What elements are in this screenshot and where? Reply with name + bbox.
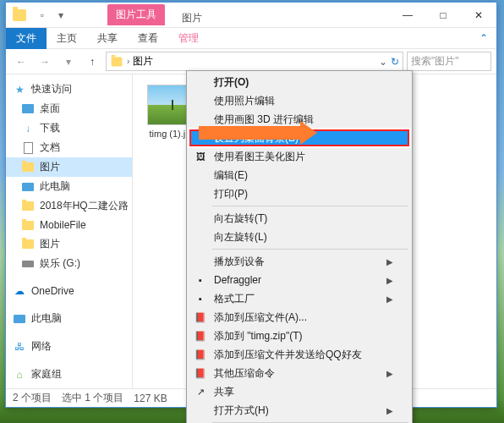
titlebar: ▫ ▾ 图片工具 图片 — □ ✕	[6, 3, 496, 28]
pc-icon	[21, 180, 35, 194]
sidebar-item-label: 2018年HQ二建公路	[40, 199, 129, 213]
minimize-button[interactable]: —	[390, 3, 425, 28]
menu-item-icon: 📕	[194, 366, 207, 380]
context-menu-item[interactable]: ▪Defraggler▶	[189, 271, 410, 289]
folder-icon	[21, 238, 35, 251]
back-button[interactable]: ←	[11, 52, 31, 72]
menu-item-label: 播放到设备	[214, 255, 265, 269]
submenu-arrow-icon: ▶	[386, 406, 393, 415]
sidebar-item[interactable]: 2018年HQ二建公路	[6, 196, 132, 216]
sidebar-item[interactable]: 图片	[6, 234, 132, 254]
sidebar-item-label: 娱乐 (G:)	[40, 256, 80, 271]
sidebar-homegroup[interactable]: ⌂ 家庭组	[6, 365, 132, 384]
menu-item-icon: ▪	[194, 273, 207, 287]
sidebar-thispc[interactable]: 此电脑	[6, 309, 132, 328]
chevron-right-icon: ›	[127, 57, 129, 66]
sidebar-item-label: 桌面	[40, 102, 60, 116]
context-menu-item[interactable]: 📕添加到压缩文件(A)...	[189, 308, 410, 327]
folder-icon	[21, 200, 35, 213]
tab-home[interactable]: 主页	[47, 28, 87, 49]
sidebar-label: OneDrive	[31, 285, 74, 297]
sidebar-item-label: 图片	[40, 160, 60, 174]
star-icon: ★	[13, 83, 26, 96]
tab-manage[interactable]: 管理	[168, 28, 209, 49]
sidebar-item[interactable]: 图片	[6, 157, 132, 177]
menu-item-label: 打印(P)	[214, 187, 248, 201]
menu-separator	[212, 206, 408, 206]
context-menu-item[interactable]: 🖼使用看图王美化图片	[189, 147, 410, 166]
search-input[interactable]: 搜索"图片"	[407, 52, 491, 71]
folder-icon	[112, 57, 123, 66]
sidebar-item[interactable]: 此电脑	[6, 177, 132, 196]
menu-item-label: 向右旋转(T)	[214, 212, 267, 226]
sidebar-item-label: MobileFile	[40, 219, 86, 231]
context-menu-item[interactable]: 向右旋转(T)	[189, 209, 410, 228]
sidebar-network[interactable]: 🖧 网络	[6, 337, 132, 356]
folder-icon	[21, 218, 35, 232]
address-input[interactable]: › 图片 ⌄ ↻	[106, 52, 403, 71]
menu-item-label: Defraggler	[214, 274, 261, 286]
chevron-down-icon[interactable]: ⌄	[379, 56, 387, 68]
desktop-icon	[21, 102, 35, 116]
context-menu-item[interactable]: 播放到设备▶	[189, 252, 410, 271]
sidebar-onedrive[interactable]: ☁ OneDrive	[6, 282, 132, 300]
status-size: 127 KB	[134, 393, 167, 404]
tab-file[interactable]: 文件	[6, 28, 47, 49]
refresh-icon[interactable]: ↻	[391, 56, 399, 68]
menu-item-label: 使用照片编辑	[214, 94, 275, 108]
sidebar-label: 家庭组	[31, 367, 62, 382]
context-menu-item[interactable]: ↗共享	[189, 382, 410, 401]
context-menu-item[interactable]: 打开(O)	[189, 73, 410, 91]
menu-item-label: 添加到压缩文件并发送给QQ好友	[214, 348, 362, 362]
ribbon-expand-icon[interactable]: ⌃	[471, 32, 496, 44]
context-menu-item[interactable]: 📕其他压缩命令▶	[189, 364, 410, 382]
close-button[interactable]: ✕	[461, 3, 496, 28]
sidebar-item[interactable]: 文档	[6, 138, 132, 157]
sidebar-item-label: 此电脑	[40, 179, 70, 194]
forward-button[interactable]: →	[35, 52, 55, 72]
menu-item-label: 格式工厂	[214, 292, 255, 306]
tab-view[interactable]: 查看	[128, 28, 168, 49]
sidebar-item[interactable]: 桌面	[6, 99, 132, 118]
submenu-arrow-icon: ▶	[386, 369, 393, 378]
sidebar-item[interactable]: MobileFile	[6, 216, 132, 234]
sidebar-quick-access[interactable]: ★ 快速访问	[6, 80, 132, 99]
drive-icon	[21, 257, 35, 271]
sidebar-item[interactable]: 娱乐 (G:)	[6, 254, 132, 273]
sidebar: ★ 快速访问 桌面↓下载文档图片此电脑2018年HQ二建公路MobileFile…	[6, 74, 133, 388]
context-menu-item[interactable]: 打开方式(H)▶	[189, 401, 410, 420]
menu-item-icon: 🖼	[194, 150, 207, 163]
context-menu-item[interactable]: 打印(P)	[189, 184, 410, 203]
maximize-button[interactable]: □	[425, 3, 461, 28]
sidebar-label: 网络	[31, 339, 52, 354]
menu-item-icon: 📕	[194, 310, 207, 324]
menu-item-label: 添加到 "timg.zip"(T)	[214, 329, 303, 343]
search-placeholder: 搜索"图片"	[411, 54, 459, 69]
menu-item-label: 使用看图王美化图片	[214, 150, 305, 164]
submenu-arrow-icon: ▶	[386, 294, 393, 304]
up-button[interactable]: ↑	[82, 52, 102, 72]
context-menu-item[interactable]: ▪格式工厂▶	[189, 289, 410, 308]
tab-share[interactable]: 共享	[87, 28, 128, 49]
context-menu-item[interactable]: 📕添加到压缩文件并发送给QQ好友	[189, 345, 410, 364]
status-count: 2 个项目	[13, 391, 52, 405]
folder-icon	[13, 9, 26, 21]
context-menu-item[interactable]: 编辑(E)	[189, 166, 410, 184]
qat-item[interactable]: ▫	[35, 8, 50, 23]
menu-item-icon: ▪	[194, 292, 207, 305]
menu-item-label: 编辑(E)	[214, 168, 248, 183]
menu-item-label: 添加到压缩文件(A)...	[214, 310, 307, 325]
history-dropdown-icon[interactable]: ▾	[58, 52, 79, 72]
menu-item-label: 打开方式(H)	[214, 404, 269, 418]
qat-dropdown-icon[interactable]: ▾	[53, 8, 68, 23]
folder-icon	[21, 161, 35, 174]
menu-item-icon: 📕	[194, 348, 207, 361]
sidebar-item[interactable]: ↓下载	[6, 118, 132, 138]
context-menu-item[interactable]: 使用照片编辑	[189, 91, 410, 110]
contextual-tab[interactable]: 图片工具	[107, 4, 165, 25]
annotation-arrow	[199, 121, 317, 145]
breadcrumb-segment[interactable]: 图片	[133, 54, 153, 69]
context-menu-item[interactable]: 向左旋转(L)	[189, 228, 410, 246]
context-menu-item[interactable]: 📕添加到 "timg.zip"(T)	[189, 327, 410, 345]
sidebar-item-label: 图片	[40, 237, 60, 251]
